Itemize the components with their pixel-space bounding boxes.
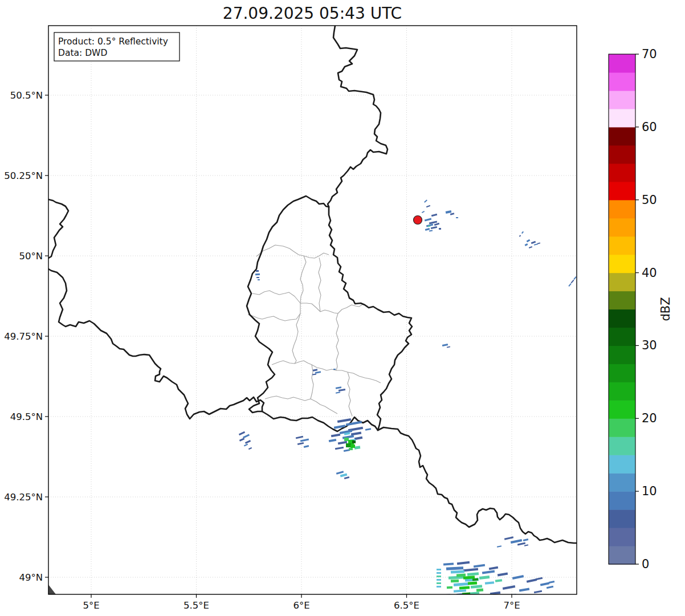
echo-streak (349, 448, 353, 450)
echo-streak (573, 276, 576, 280)
echo-streak (431, 214, 437, 217)
echo-streak (346, 421, 362, 426)
echo-streak (437, 579, 441, 581)
echo-streak (512, 575, 524, 580)
country-border (48, 269, 264, 419)
y-tick-label: 49.75°N (4, 331, 43, 342)
colorbar-cell (609, 418, 635, 437)
echo-streak (304, 445, 309, 448)
colorbar-tick-label: 10 (642, 484, 657, 498)
region-border (256, 245, 329, 258)
region-border (265, 396, 337, 414)
colorbar-cell (609, 109, 635, 128)
echo-streak (479, 576, 490, 580)
echo-streak (256, 270, 259, 272)
echo-streak (337, 418, 351, 423)
colorbar-cell (609, 200, 635, 219)
echo-streak (336, 391, 340, 393)
country-border (329, 207, 412, 430)
colorbar-cell (609, 327, 635, 346)
echo-streak (468, 581, 477, 585)
colorbar: 010203040506070 dBZ (609, 47, 672, 571)
echo-streak (339, 389, 345, 391)
echo-streak (450, 213, 455, 215)
echo-streak (336, 386, 341, 389)
echo-streak (519, 235, 521, 237)
region-border (252, 291, 300, 303)
echo-streak (498, 572, 508, 576)
echo-streak (344, 438, 349, 441)
colorbar-cell (609, 509, 635, 528)
echo-streak (446, 210, 452, 214)
echo-streak (540, 582, 549, 586)
colorbar-cell (609, 255, 635, 274)
echo-streak (338, 441, 347, 445)
echo-streak (476, 588, 483, 591)
echo-streak (424, 199, 427, 202)
echo-streak (431, 226, 437, 229)
figure-title: 27.09.2025 05:43 UTC (223, 4, 402, 23)
echo-streak (456, 574, 466, 577)
echo-streak (312, 373, 316, 375)
echo-streak (504, 536, 513, 540)
colorbar-tick-label: 40 (642, 266, 657, 280)
echo-streak (297, 442, 304, 445)
x-tick-label: 7°E (503, 600, 520, 611)
gridlines (48, 26, 577, 594)
echo-streak (434, 223, 439, 226)
echo-streak (485, 581, 494, 585)
echo-streak (529, 246, 532, 248)
echo-streak (437, 572, 441, 574)
colorbar-tick-label: 70 (642, 47, 657, 61)
colorbar-cell (609, 273, 635, 292)
country-border (247, 196, 329, 413)
echo-streak (534, 590, 542, 593)
echo-streak (336, 471, 344, 474)
echo-streak (296, 436, 303, 439)
echo-streak (537, 242, 540, 244)
region-border (300, 256, 306, 303)
echo-streak (346, 443, 351, 447)
echo-streak (570, 280, 574, 284)
echo-streak (351, 431, 361, 435)
echo-streak (248, 447, 252, 450)
echo-streak (429, 230, 433, 231)
echo-streak (335, 447, 344, 450)
x-tick-label: 5°E (83, 600, 99, 611)
colorbar-unit-label: dBZ (659, 297, 672, 321)
echo-streak (439, 228, 441, 230)
colorbar-tick-label: 50 (642, 193, 657, 207)
colorbar-tick-label: 30 (642, 338, 657, 352)
colorbar-cell (609, 455, 635, 474)
echo-streak (534, 243, 538, 246)
colorbar-cell (609, 54, 635, 73)
region-border (336, 313, 339, 370)
echo-streak (547, 586, 553, 589)
region-border (248, 303, 300, 321)
echo-streak (511, 539, 522, 544)
echo-streak (536, 577, 543, 580)
colorbar-cell (609, 382, 635, 401)
colorbar-tick-label: 20 (642, 411, 657, 425)
echo-streak (443, 562, 454, 565)
x-tick-label: 6°E (293, 600, 309, 611)
echo-streak (425, 218, 431, 221)
echo-streak (245, 440, 251, 444)
border-fragment (48, 585, 56, 594)
country-border (378, 427, 577, 543)
echo-streak (495, 579, 502, 582)
info-product-line: Product: 0.5° Reflectivity (58, 36, 168, 47)
radar-figure-svg: 27.09.2025 05:43 UTC 5°E5.5°E6°E6.5°E7°E… (0, 0, 685, 616)
colorbar-cell (609, 91, 635, 109)
colorbar-cell (609, 528, 635, 546)
colorbar-cell (609, 182, 635, 201)
colorbar-cell (609, 72, 635, 91)
echo-streak (527, 578, 537, 583)
echo-streak (365, 428, 371, 431)
echo-streak (315, 371, 321, 374)
echo-streak (497, 545, 501, 548)
echo-streak (531, 241, 536, 244)
echo-streak (456, 217, 458, 218)
echo-streak (463, 568, 478, 572)
echo-streak (451, 580, 459, 583)
